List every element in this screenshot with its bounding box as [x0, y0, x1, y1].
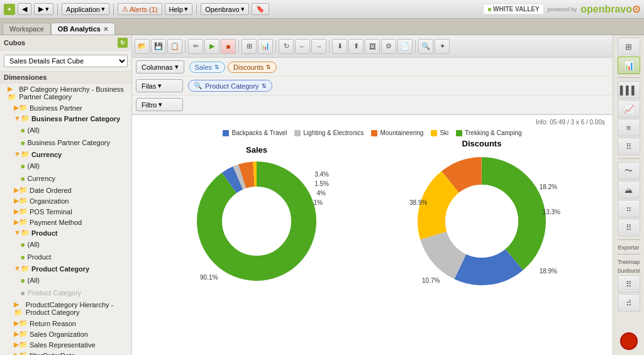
- dot-icon: ●: [20, 275, 25, 285]
- tool-run[interactable]: ▶: [204, 39, 219, 54]
- right-dots2-btn[interactable]: ⠾: [618, 294, 640, 312]
- cube-select[interactable]: Sales Details Fact Cube: [4, 55, 128, 67]
- list-item[interactable]: ● Product Category: [0, 287, 131, 299]
- nav-forward-btn[interactable]: ▶ ▾: [34, 3, 53, 15]
- tool-stop[interactable]: ■: [221, 39, 236, 54]
- cubos-header: Cubos ↻: [0, 35, 131, 51]
- list-item[interactable]: ▶📁 BP Category Hierarchy - Business Part…: [0, 84, 131, 102]
- filtro-btn[interactable]: Filtro ▾: [136, 98, 183, 111]
- filas-btn[interactable]: Filas ▾: [136, 79, 183, 92]
- legend-item-backpacks: Backpacks & Travel: [223, 129, 287, 136]
- tab-analytics[interactable]: OB Analytics ✕: [51, 23, 115, 35]
- right-line-chart-btn[interactable]: 📈: [618, 100, 640, 117]
- tab-analytics-close[interactable]: ✕: [103, 26, 108, 33]
- list-item[interactable]: ● (All): [0, 274, 131, 287]
- tool-zoom[interactable]: 🔍: [418, 39, 433, 54]
- tool-extra[interactable]: ✦: [435, 39, 450, 54]
- list-item[interactable]: ▶📁 filterOrderDate: [0, 350, 131, 355]
- openbravo-btn[interactable]: Openbravo ▾: [201, 3, 248, 15]
- record-btn[interactable]: [620, 332, 638, 350]
- bookmark-btn[interactable]: 🔖: [252, 3, 269, 15]
- folder-icon: ▶📁: [14, 330, 28, 338]
- folder-icon: ▶📁: [14, 319, 28, 327]
- refresh-cubos-btn[interactable]: ↻: [118, 38, 128, 48]
- toolbar-sep1: [185, 40, 186, 53]
- right-bar-chart-btn[interactable]: ▌▌▌: [618, 81, 640, 99]
- tool-settings[interactable]: ⚙: [381, 39, 396, 54]
- sep2: [113, 4, 114, 15]
- tool-edit[interactable]: ✏: [188, 39, 203, 54]
- right-dots-btn[interactable]: ⠿: [618, 275, 640, 293]
- nav-back-btn[interactable]: ◀: [18, 3, 31, 15]
- list-item[interactable]: ▼📁 Currency: [0, 149, 131, 160]
- toolbar-sep2: [238, 40, 239, 53]
- list-item[interactable]: ▶📁 Date Ordered: [0, 185, 131, 195]
- list-item[interactable]: ▶📁 Payment Method: [0, 217, 131, 227]
- alerts-btn[interactable]: ⚠ Alerts (1): [118, 3, 162, 15]
- list-item[interactable]: ▶📁 Sales Representative: [0, 339, 131, 350]
- sales-label-ski: 1%: [314, 199, 323, 206]
- right-mini-bars-btn[interactable]: ⠿: [618, 138, 640, 155]
- main-layout: Cubos ↻ Sales Details Fact Cube Dimensio…: [0, 35, 644, 355]
- right-area-btn[interactable]: ⛰: [618, 181, 640, 199]
- tool-save[interactable]: 💾: [151, 39, 166, 54]
- folder-icon: ▶📁: [14, 207, 28, 216]
- right-sep4: [618, 254, 640, 254]
- sales-label-backpacks: 3.4%: [314, 171, 329, 178]
- tool-back[interactable]: ←: [295, 39, 310, 54]
- sales-chart-title: Sales: [246, 145, 267, 155]
- columnas-btn[interactable]: Columnas ▾: [136, 60, 184, 74]
- list-item[interactable]: ● Currency: [0, 172, 131, 185]
- tool-image[interactable]: 🖼: [365, 39, 380, 54]
- tool-download[interactable]: ⬇: [332, 39, 347, 54]
- list-item[interactable]: ▶📁 POS Terminal: [0, 206, 131, 217]
- tool-refresh[interactable]: ↻: [279, 39, 294, 54]
- legend-color-lighting: [294, 130, 301, 136]
- tool-folder-open[interactable]: 📂: [135, 39, 150, 54]
- discounts-chip[interactable]: Discounts ⇅: [228, 62, 277, 73]
- right-scatter-btn[interactable]: ⠶: [618, 200, 640, 217]
- folder-icon: ▶📁: [8, 85, 17, 101]
- folder-icon: ▶📁: [14, 186, 28, 194]
- list-item[interactable]: ▶📁 Sales Organization: [0, 329, 131, 339]
- list-item[interactable]: ● Product: [0, 251, 131, 263]
- list-item[interactable]: ● (All): [0, 160, 131, 172]
- tool-pdf[interactable]: 📄: [397, 39, 413, 54]
- tab-workspace[interactable]: Workspace: [3, 23, 51, 35]
- product-category-chip[interactable]: 🔍 Product Category ⇅: [188, 80, 272, 92]
- disc-label-trekking: 38.9%: [409, 199, 427, 206]
- right-stacked-btn[interactable]: ≡: [618, 119, 640, 136]
- help-btn[interactable]: Help ▾: [165, 3, 193, 15]
- list-item[interactable]: ▶📁 Organization: [0, 195, 131, 206]
- list-item[interactable]: ▶📁 Business Partner: [0, 102, 131, 113]
- exportar-label: Exportar: [618, 244, 639, 251]
- sales-chip[interactable]: Sales ⇅: [189, 62, 226, 73]
- list-item[interactable]: ▼📁 Business Partner Category: [0, 113, 131, 124]
- tool-upload[interactable]: ⬆: [348, 39, 364, 54]
- filter-rows: Columnas ▾ Sales ⇅ Discounts ⇅ Filas ▾: [132, 58, 613, 115]
- right-wave-btn[interactable]: 〜: [618, 162, 640, 180]
- list-item[interactable]: ● Business Partner Category: [0, 136, 131, 149]
- list-item[interactable]: ▶📁 ProductCategory Hierarchy - Product C…: [0, 299, 131, 318]
- list-item[interactable]: ● (All): [0, 124, 131, 136]
- info-bar: Info: 05:49 / 3 x 6 / 0.00s: [135, 117, 610, 127]
- folder-icon: ▶📁: [14, 218, 28, 226]
- right-chart-btn[interactable]: 📊: [618, 57, 640, 74]
- list-item[interactable]: ▼📁 Product Category: [0, 263, 131, 274]
- tool-table[interactable]: ⊞: [242, 39, 257, 54]
- dimensiones-header: Dimensiones: [0, 71, 131, 84]
- application-menu[interactable]: Application ▾: [62, 3, 109, 15]
- right-scatter2-btn[interactable]: ⠿: [618, 219, 640, 236]
- list-item[interactable]: ▼📁 Product: [0, 227, 131, 238]
- list-item[interactable]: ▶📁 Return Reason: [0, 318, 131, 329]
- sep1: [57, 4, 58, 15]
- tool-copy[interactable]: 📋: [167, 39, 182, 54]
- folder-icon: ▼📁: [14, 114, 30, 123]
- right-grid-btn[interactable]: ⊞: [618, 38, 640, 55]
- list-item[interactable]: ● (All): [0, 238, 131, 251]
- tool-chart[interactable]: 📊: [258, 39, 273, 54]
- folder-icon: ▶📁: [14, 197, 28, 205]
- folder-icon: ▶📁: [14, 341, 28, 349]
- tool-forward[interactable]: →: [311, 39, 326, 54]
- right-sep2: [618, 158, 640, 159]
